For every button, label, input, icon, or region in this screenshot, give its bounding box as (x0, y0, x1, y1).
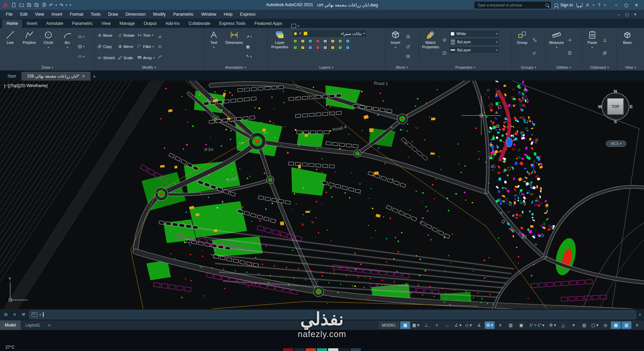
ribbon-tab[interactable]: Insert (22, 19, 42, 28)
menu-item[interactable]: Window (197, 10, 220, 19)
measure-button[interactable]: Measure ▾ (547, 29, 566, 64)
fillet-button[interactable]: Fillet▾ (137, 41, 156, 52)
ungroup-icon[interactable] (533, 38, 537, 42)
store-cart-icon[interactable] (577, 3, 583, 6)
lineweight-display[interactable]: ≡ (495, 321, 505, 329)
tab-close-icon[interactable]: ✕ (82, 72, 85, 81)
transparency-tool-icon[interactable] (442, 51, 447, 55)
viewcube-east[interactable]: E (630, 104, 633, 109)
plot-icon[interactable] (42, 2, 47, 7)
ribbon-tab[interactable]: Manage (115, 19, 139, 28)
viewport-view-control[interactable]: [Top] (9, 83, 18, 88)
match-properties-button[interactable]: Match Properties (420, 29, 441, 64)
polyline-button[interactable]: Polyline (20, 29, 38, 64)
layer-tool-icon[interactable] (307, 38, 313, 44)
insert-button[interactable]: Insert ▾ (386, 29, 405, 64)
draw-panel-label[interactable]: Draw▾ (1, 64, 94, 70)
menu-item[interactable]: Tools (87, 10, 104, 19)
rotate-button[interactable]: Rotate (117, 30, 135, 41)
command-wrench-icon[interactable]: ⚒ (20, 312, 27, 317)
menu-item[interactable]: Format (66, 10, 87, 19)
annotation-panel-label[interactable]: Annotation▾ (205, 64, 267, 70)
ribbon-collapse-icon[interactable] (291, 24, 296, 28)
current-units[interactable]: ▾ (569, 321, 579, 329)
command-input[interactable]: ▾ (29, 311, 636, 319)
doc-minimize-icon[interactable]: – (615, 12, 622, 17)
groups-panel-label[interactable]: Groups▾ (513, 64, 544, 70)
object-snap-tracking[interactable]: ∡ (474, 321, 484, 329)
menu-item[interactable]: View (31, 10, 48, 19)
copy-button[interactable]: Copy (97, 41, 116, 52)
ribbon-tab[interactable]: Add-ins (161, 19, 184, 28)
dynamic-input[interactable]: ⌖ (432, 321, 442, 329)
minimize-button[interactable]: – (611, 1, 621, 9)
ribbon-tab[interactable]: View (97, 19, 115, 28)
clean-screen[interactable]: ▧ (622, 321, 631, 329)
customization[interactable]: ≡ (632, 321, 642, 329)
ribbon-tab[interactable]: Express Tools (215, 19, 250, 28)
isolate-objects[interactable]: ◎ (600, 321, 610, 329)
chevron-down-icon[interactable]: ▾ (364, 32, 365, 35)
rectangle-icon[interactable] (78, 35, 82, 39)
clipboard-panel-label[interactable]: Clipboard▾ (583, 64, 616, 70)
search-box[interactable] (474, 2, 551, 9)
layer-tool-icon[interactable] (292, 45, 299, 50)
layer-tool-icon[interactable] (322, 45, 328, 50)
viewcube[interactable]: N S W E TOP (598, 89, 632, 123)
command-history-icon[interactable]: ˄ (639, 312, 641, 317)
cut-icon[interactable] (603, 38, 607, 42)
new-drawing-tab-button[interactable]: + (91, 72, 98, 81)
ortho-mode[interactable]: ∟ (442, 321, 452, 329)
create-block-icon[interactable] (406, 35, 410, 39)
circle-button[interactable]: Circle ▾ (39, 29, 58, 64)
scale-button[interactable]: Scale (117, 52, 135, 64)
ribbon-tab[interactable]: Output (139, 19, 161, 28)
object-snap[interactable]: ⊞ ▾ (485, 321, 495, 329)
offset-icon[interactable] (158, 54, 162, 58)
quick-calc-icon[interactable] (568, 51, 572, 55)
layer-tool-icon[interactable] (337, 38, 343, 44)
lock-ui[interactable]: ▢ ▾ (590, 321, 600, 329)
open-file-icon[interactable] (19, 2, 24, 7)
viewcube-west[interactable]: W (598, 104, 602, 109)
layer-thaw-icon[interactable]: ☀ (299, 32, 302, 35)
paste-button[interactable]: Paste ▾ (583, 29, 601, 64)
stretch-button[interactable]: Stretch (97, 52, 116, 64)
arc-button[interactable]: Arc ▾ (58, 29, 77, 64)
menu-item[interactable]: Parametric (170, 10, 197, 19)
move-button[interactable]: Move (97, 30, 116, 41)
drawing-canvas[interactable]: Road 1Road 4Roadd 3Ad 75Y (0, 81, 644, 309)
isometric-drafting[interactable]: ◇ ▾ (464, 321, 473, 329)
layer-tool-icon[interactable] (344, 45, 351, 50)
layer-tool-icon[interactable] (322, 38, 328, 44)
grid-display[interactable]: ▦ (400, 321, 410, 329)
layer-tool-icon[interactable] (315, 38, 321, 44)
weather-widget[interactable]: 27°C (5, 345, 15, 350)
drawing-tab[interactable]: ابان زراعات مجمعة نهائي 159* ✕ (21, 72, 91, 81)
properties-panel-label[interactable]: Properties▾ (420, 64, 511, 70)
autocad-logo-icon[interactable]: A (0, 0, 10, 10)
layer-tool-icon[interactable] (300, 45, 306, 50)
layer-on-icon[interactable] (294, 32, 297, 35)
polar-tracking[interactable]: ∠ ▾ (453, 321, 463, 329)
search-input[interactable] (477, 3, 545, 7)
menu-item[interactable]: Express (236, 10, 259, 19)
close-button[interactable]: ✕ (632, 1, 641, 9)
layer-tool-icon[interactable] (329, 45, 336, 50)
quick-properties[interactable]: ▤ (579, 321, 589, 329)
hatch-icon[interactable] (78, 45, 82, 49)
linetype-dropdown[interactable]: ByLayer ▾ (449, 38, 500, 46)
trim-button[interactable]: Trim▾ (137, 30, 156, 41)
viewport-minimize-control[interactable]: [−] (4, 83, 9, 88)
layer-tool-icon[interactable] (307, 45, 313, 50)
doc-restore-icon[interactable]: ▢ (624, 12, 630, 17)
layers-panel-label[interactable]: Layers▾ (269, 64, 384, 70)
utilities-panel-label[interactable]: Utilities▾ (547, 64, 581, 70)
start-tab[interactable]: Start (2, 72, 21, 81)
properties-list-icon[interactable] (442, 38, 447, 42)
layer-tool-icon[interactable] (292, 38, 299, 44)
dimension-button[interactable]: Dimension (224, 29, 245, 64)
edit-block-icon[interactable] (406, 45, 410, 49)
ribbon-tab[interactable]: Annotate (42, 19, 68, 28)
ribbon-tab[interactable]: Featured Apps (250, 19, 287, 28)
